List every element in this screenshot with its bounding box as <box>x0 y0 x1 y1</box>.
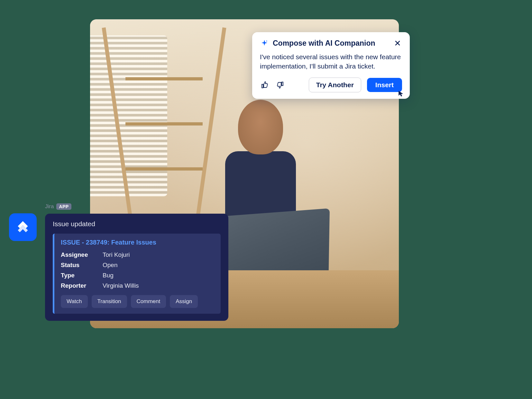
jira-name: Jira <box>45 203 54 210</box>
issue-block: ISSUE - 238749: Feature Issues Assignee … <box>53 234 221 314</box>
type-label: Type <box>61 272 103 279</box>
close-button[interactable] <box>393 39 402 48</box>
assign-button[interactable]: Assign <box>170 295 198 308</box>
assignee-value: Tori Kojuri <box>103 251 214 258</box>
watch-button[interactable]: Watch <box>61 295 88 308</box>
issue-fields: Assignee Tori Kojuri Status Open Type Bu… <box>61 251 214 289</box>
sparkle-icon <box>260 39 269 48</box>
comment-button[interactable]: Comment <box>131 295 166 308</box>
app-badge: APP <box>56 203 71 210</box>
ai-popup-header: Compose with AI Companion <box>260 39 402 48</box>
shelf <box>122 26 206 219</box>
insert-button-label: Insert <box>375 81 394 88</box>
jira-issue-card: Issue updated ISSUE - 238749: Feature Is… <box>45 214 228 321</box>
issue-actions: Watch Transition Comment Assign <box>61 295 214 308</box>
ai-suggestion-text: I've noticed several issues with the new… <box>260 52 402 71</box>
cursor-icon <box>398 90 405 98</box>
ai-popup-title: Compose with AI Companion <box>273 39 389 48</box>
status-label: Status <box>61 262 103 269</box>
type-value: Bug <box>103 272 214 279</box>
try-another-button[interactable]: Try Another <box>309 78 361 92</box>
reporter-label: Reporter <box>61 282 103 289</box>
jira-app-icon[interactable] <box>9 213 37 241</box>
jira-app-label: Jira APP <box>45 203 71 210</box>
transition-button[interactable]: Transition <box>92 295 127 308</box>
card-header: Issue updated <box>53 220 221 228</box>
status-value: Open <box>103 262 214 269</box>
assignee-label: Assignee <box>61 251 103 258</box>
reporter-value: Virginia Willis <box>103 282 214 289</box>
thumbs-down-icon[interactable] <box>275 80 285 90</box>
ai-companion-popup: Compose with AI Companion I've noticed s… <box>252 32 410 99</box>
thumbs-up-icon[interactable] <box>260 80 270 90</box>
ai-popup-actions: Try Another Insert <box>260 78 402 92</box>
insert-button[interactable]: Insert <box>367 78 402 92</box>
issue-title-link[interactable]: ISSUE - 238749: Feature Issues <box>61 239 214 246</box>
